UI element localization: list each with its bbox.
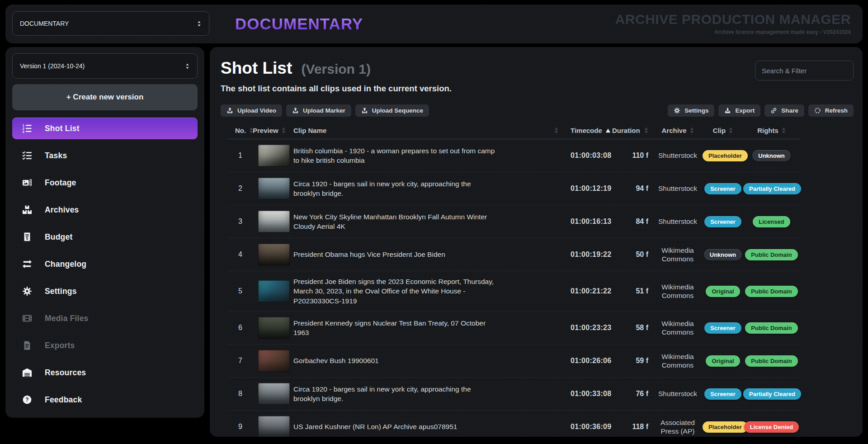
clip-thumbnail [258,211,290,232]
list-ol-icon: 123 [22,123,34,134]
clip-archive: Wikimedia Commons [653,352,703,370]
table-row[interactable]: 6President Kennedy signs Nuclear Test Ba… [228,312,800,345]
sort-toggle-icon [729,127,733,134]
column-header-archive[interactable]: Archive [653,127,703,134]
clip-archive: Wikimedia Commons [653,319,703,337]
clip-timecode: 01:00:21:22 [565,287,612,295]
row-number: 7 [228,357,253,365]
sidebar-item-changelog[interactable]: Changelog [12,253,198,275]
share-button[interactable]: Share [764,104,804,117]
sort-toggle-icon [782,127,786,134]
sidebar-item-label: Settings [45,287,77,296]
rights-status-badge: Public Domain [745,249,797,260]
table-row[interactable]: 3New York City Skyline Manhattan Brookly… [228,205,800,238]
upload-video-button[interactable]: Upload Video [221,104,282,117]
export-button[interactable]: Export [718,104,760,117]
clip-thumbnail [258,383,290,405]
project-select-value: DOCUMENTARY [20,20,69,27]
sidebar-item-media-files[interactable]: Media Files [12,307,198,329]
upload-sequence-button[interactable]: Upload Sequence [355,104,429,117]
refresh-button[interactable]: Refresh [808,104,854,117]
clip-timecode: 01:00:16:13 [565,217,612,226]
table-row[interactable]: 9US Jared Kushner (NR Lon) AP Archive ap… [228,411,800,437]
clip-name: Gorbachev Bush 19900601 [293,356,499,365]
rights-status-badge: Unknown [752,150,791,161]
table-row[interactable]: 8Circa 1920 - barges sail in new york ci… [228,378,800,411]
column-label: Timecode [571,127,602,134]
clip-name: Circa 1920 - barges sail in new york cit… [293,384,499,404]
toolbar: Upload VideoUpload MarkerUpload Sequence… [221,104,863,117]
table-row[interactable]: 4President Obama hugs Vice President Joe… [228,238,800,271]
table-row[interactable]: 1British columbia - 1920 - a woman prepa… [228,139,800,172]
button-label: Settings [684,107,708,114]
sidebar-item-label: Shot List [45,124,80,133]
clip-archive: Shutterstock [653,184,703,193]
top-bar: DOCUMENTARY DOCUMENTARY ARCHIVE PRODUCTI… [5,5,863,43]
sidebar-item-exports[interactable]: Exports [12,335,198,356]
sidebar-item-feedback[interactable]: ?Feedback [12,389,198,411]
sidebar-item-label: Feedback [45,395,82,405]
project-select[interactable]: DOCUMENTARY [12,11,209,36]
clip-name: President Obama hugs Vice President Joe … [293,250,499,259]
sidebar-item-shot-list[interactable]: 123Shot List [12,118,198,139]
toolbar-right-group: SettingsExportShareRefresh [668,104,854,117]
column-header-preview[interactable]: Preview [253,127,293,134]
sidebar-item-budget[interactable]: $Budget [12,226,198,248]
film-icon [22,313,34,324]
clip-timecode: 01:00:12:19 [565,184,612,193]
brand-title: ARCHIVE PRODUCTION MANAGER [615,12,851,27]
column-header-duration[interactable]: Duration [612,127,653,134]
column-header-no[interactable]: No. [228,127,253,134]
version-select[interactable]: Version 1 (2024-10-24) [12,53,198,79]
sort-ascending-icon [605,128,611,133]
rights-status-badge: Licensed [753,216,790,227]
button-label: Upload Marker [303,107,345,114]
clip-timecode: 01:00:19:22 [565,250,612,259]
search-input[interactable] [755,61,854,80]
column-header-clip-name[interactable]: Clip Name [293,127,565,134]
clip-duration: 84 f [612,217,653,226]
warehouse-icon [22,367,34,378]
sidebar-item-label: Resources [45,368,86,378]
sidebar-item-footage[interactable]: Footage [12,172,198,194]
column-label: Duration [612,127,640,134]
sidebar-item-settings[interactable]: Settings [12,280,198,302]
brand-block: ARCHIVE PRODUCTION MANAGER Archive licen… [615,12,851,35]
clip-name: President Kennedy signs Nuclear Test Ban… [293,318,499,338]
sidebar-item-resources[interactable]: Resources [12,362,198,383]
photo-film-icon [22,177,34,188]
table-body: 1British columbia - 1920 - a woman prepa… [228,139,800,437]
settings-button[interactable]: Settings [668,104,714,117]
sidebar-item-tasks[interactable]: Tasks [12,145,198,166]
sidebar-nav: 123Shot ListTasksFootageArchives$BudgetC… [12,118,198,411]
sidebar-item-label: Changelog [45,260,86,269]
sidebar-item-label: Tasks [45,151,67,161]
upload-marker-button[interactable]: Upload Marker [286,104,351,117]
clip-thumbnail [258,178,290,199]
table-row[interactable]: 2Circa 1920 - barges sail in new york ci… [228,172,800,205]
column-header-timecode[interactable]: Timecode [565,127,612,134]
button-label: Export [735,107,755,114]
table-row[interactable]: 5President Joe Biden signs the 2023 Econ… [228,271,800,312]
clip-status-badge: Screener [704,216,741,227]
column-header-rights[interactable]: Rights [743,127,800,134]
table-header-row: No.PreviewClip NameTimecodeDurationArchi… [228,122,800,139]
create-version-button[interactable]: + Create new version [12,84,198,110]
row-number: 4 [228,250,253,259]
document-icon [22,340,34,351]
rights-status-badge: Public Domain [745,286,797,297]
clip-thumbnail [258,280,290,302]
clip-status-badge: Placeholder [703,150,748,161]
clip-duration: 76 f [612,390,653,398]
gear-icon [674,107,680,114]
sidebar-item-label: Exports [45,341,75,350]
column-header-clip[interactable]: Clip [703,127,743,134]
sidebar-item-label: Budget [45,232,72,242]
row-number: 1 [228,151,253,160]
row-number: 8 [228,390,253,398]
table-row[interactable]: 7Gorbachev Bush 1990060101:00:26:0659 fW… [228,345,800,378]
rights-status-badge: Partially Cleared [743,388,801,400]
button-label: Upload Video [237,107,276,114]
sidebar-item-archives[interactable]: Archives [12,199,198,221]
clip-name: US Jared Kushner (NR Lon) AP Archive apu… [293,422,499,431]
